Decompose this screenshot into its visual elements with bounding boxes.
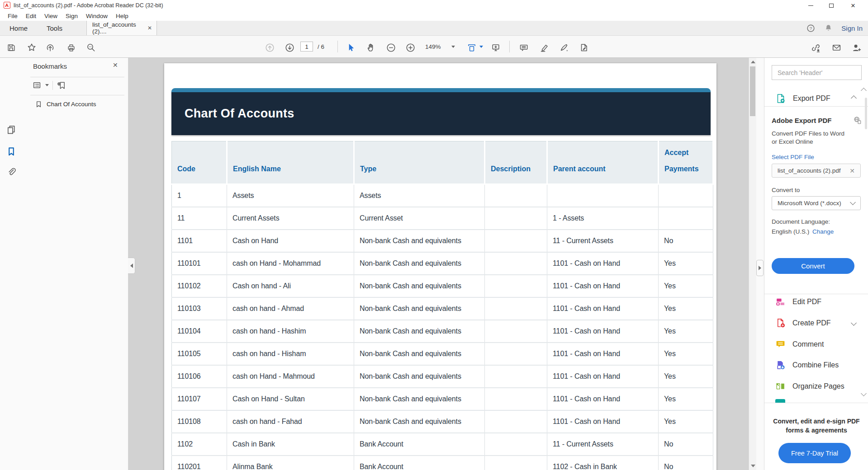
scroll-up-icon[interactable]: [751, 61, 755, 63]
tool-label: Comment: [792, 340, 824, 348]
svg-text:?: ?: [810, 25, 812, 30]
pdf-banner-title: Chart Of Accounts: [185, 107, 294, 121]
star-favorite-icon[interactable]: [26, 42, 37, 53]
header-type: Type: [354, 141, 485, 184]
print-icon[interactable]: [66, 42, 76, 53]
bookmark-options-dropdown-icon[interactable]: [45, 84, 49, 86]
tool-edit-pdf[interactable]: Edit PDF: [775, 291, 821, 312]
table-cell: Cash on Hand - Sultan: [227, 388, 354, 410]
chevron-up-icon[interactable]: [851, 95, 857, 101]
document-scrollbar[interactable]: [749, 58, 756, 470]
zoom-out-icon[interactable]: [385, 42, 396, 53]
fit-dropdown-icon[interactable]: [479, 46, 483, 48]
chevron-down-icon[interactable]: [851, 320, 857, 326]
selected-file-chip[interactable]: list_of_accounts (2).pdf ✕: [772, 164, 861, 178]
menu-edit[interactable]: Edit: [22, 13, 40, 19]
table-cell: 11 - Current Assets: [547, 230, 659, 252]
header-accept-payments: Accept Payments: [659, 141, 713, 184]
tab-home[interactable]: Home: [0, 21, 37, 35]
convert-button[interactable]: Convert: [772, 258, 854, 274]
table-cell: 110201: [172, 456, 227, 470]
fill-sign-icon[interactable]: [559, 42, 569, 53]
divider: [764, 403, 868, 403]
add-person-icon[interactable]: [851, 42, 862, 53]
table-cell: Alinma Bank: [227, 456, 354, 470]
scroll-down-icon[interactable]: [751, 465, 755, 467]
zoom-in-icon[interactable]: [405, 42, 416, 53]
search-icon[interactable]: [85, 42, 96, 53]
table-row: 1101Cash on HandNon-bank Cash and equiva…: [172, 230, 713, 252]
table-cell: Non-bank Cash and equivalents: [354, 297, 485, 320]
next-page-icon[interactable]: [284, 42, 295, 53]
table-cell: Cash in Bank: [227, 433, 354, 456]
collapse-bookmarks-handle[interactable]: [128, 258, 135, 274]
help-icon[interactable]: ?: [806, 24, 816, 33]
collapse-tools-handle[interactable]: [756, 260, 764, 276]
chevron-right-icon: [759, 266, 761, 270]
menu-view[interactable]: View: [40, 13, 62, 19]
table-row: 110201Alinma BankBank Account1102 - Cash…: [172, 456, 713, 470]
expand-bookmark-icon[interactable]: [57, 80, 66, 90]
table-cell: [485, 230, 547, 252]
maximize-button[interactable]: [824, 0, 839, 11]
read-mode-icon[interactable]: [490, 42, 501, 53]
previous-page-icon[interactable]: [264, 42, 275, 53]
coa-table-body: 1AssetsAssets11Current AssetsCurrent Ass…: [172, 184, 713, 470]
convert-format-dropdown[interactable]: Microsoft Word (*.docx): [772, 196, 861, 210]
scrollbar-thumb[interactable]: [750, 66, 755, 116]
table-cell: Yes: [659, 297, 713, 320]
menu-sign[interactable]: Sign: [62, 13, 82, 19]
panel-scrollbar-thumb[interactable]: [865, 98, 867, 129]
zoom-dropdown-icon[interactable]: [451, 46, 455, 48]
table-cell: [485, 320, 547, 343]
save-icon[interactable]: [5, 42, 16, 53]
panel-scroll-down-icon[interactable]: [861, 390, 867, 396]
table-cell: 1101 - Cash on Hand: [547, 343, 659, 365]
table-row: 110101cash on Hand - MohammadNon-bank Ca…: [172, 252, 713, 275]
free-trial-button[interactable]: Free 7-Day Trial: [778, 443, 851, 463]
email-icon[interactable]: [831, 42, 842, 53]
table-cell: Yes: [659, 410, 713, 433]
close-button[interactable]: ✕: [846, 0, 860, 11]
menu-window[interactable]: Window: [82, 13, 112, 19]
export-pdf-section-header[interactable]: Export PDF: [775, 90, 830, 106]
table-cell: 1101 - Cash on Hand: [547, 252, 659, 275]
tab-document[interactable]: list_of_accounts (2).... ✕: [86, 21, 157, 35]
hand-tool-icon[interactable]: [365, 42, 376, 53]
bookmark-options-icon[interactable]: [32, 80, 42, 90]
table-cell: 110105: [172, 343, 227, 365]
panel-scroll-up-icon[interactable]: [861, 88, 867, 94]
promo-line1: Convert, edit and e-sign PDF: [764, 417, 868, 426]
highlighter-icon[interactable]: [539, 42, 550, 53]
tool-organize-pages[interactable]: Organize Pages: [775, 376, 844, 397]
sign-in-link[interactable]: Sign In: [841, 24, 863, 32]
menu-file[interactable]: File: [4, 13, 22, 19]
select-tool-icon[interactable]: [345, 42, 356, 53]
tool-combine-files[interactable]: Combine Files: [775, 354, 839, 376]
fit-width-icon[interactable]: [466, 42, 477, 53]
change-language-link[interactable]: Change: [812, 228, 834, 235]
table-cell: Yes: [659, 252, 713, 275]
zoom-level-label[interactable]: 149%: [425, 43, 441, 50]
minimize-button[interactable]: [803, 0, 818, 11]
tab-close-icon[interactable]: ✕: [147, 25, 152, 31]
page-number-input[interactable]: [300, 42, 313, 52]
bookmarks-panel-icon[interactable]: [6, 146, 17, 157]
notifications-bell-icon[interactable]: [824, 24, 833, 33]
convert-format-value: Microsoft Word (*.docx): [778, 200, 841, 207]
select-pdf-file-link[interactable]: Select PDF File: [772, 154, 814, 160]
page-thumbnails-icon[interactable]: [6, 124, 17, 135]
menu-help[interactable]: Help: [112, 13, 133, 19]
send-sign-icon[interactable]: [579, 42, 589, 53]
search-input[interactable]: [772, 65, 862, 80]
tab-tools[interactable]: Tools: [37, 21, 72, 35]
tool-create-pdf[interactable]: Create PDF: [775, 312, 830, 334]
remove-file-icon[interactable]: ✕: [849, 167, 855, 174]
attachments-icon[interactable]: [6, 166, 17, 177]
share-upload-icon[interactable]: [45, 42, 56, 53]
tool-comment[interactable]: Comment: [775, 334, 824, 355]
bookmarks-close-icon[interactable]: ✕: [113, 61, 118, 69]
comment-tool-icon[interactable]: [518, 42, 529, 53]
bookmark-item-chart-of-accounts[interactable]: Chart Of Accounts: [35, 100, 96, 108]
share-link-icon[interactable]: [810, 42, 821, 53]
